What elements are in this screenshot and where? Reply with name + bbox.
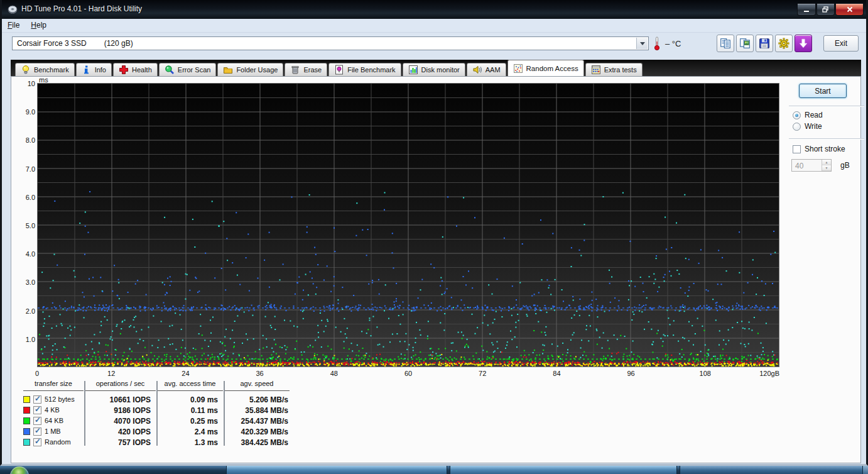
tab-label: Folder Usage (236, 66, 278, 74)
avg-speed-value: 254.437 MB/s (224, 417, 288, 426)
spinner-down-icon[interactable]: ▼ (822, 165, 831, 171)
tab-benchmark[interactable]: Benchmark (15, 63, 75, 76)
taskbar-window-button[interactable] (226, 466, 447, 474)
tab-aam[interactable]: AAM (467, 63, 506, 76)
table-header-rule (157, 390, 223, 391)
x-axis-tick-label: 72 (479, 370, 486, 377)
download-button[interactable] (795, 35, 812, 52)
table-header: avg. access time (157, 380, 223, 390)
title-bar: HD Tune Pro 4.01 - Hard Disk Utility (2, 0, 866, 19)
transfer-size-label: 512 bytes (45, 395, 75, 403)
tab-label: Erase (303, 66, 322, 74)
checkmark-icon: ✓ (35, 416, 41, 424)
iops-value: 757 IOPS (85, 438, 151, 447)
minimize-icon (803, 7, 810, 13)
show-desktop-button[interactable] (862, 466, 868, 474)
checkmark-icon: ✓ (35, 426, 41, 435)
avg-speed-value: 384.425 MB/s (224, 438, 288, 447)
tab-health[interactable]: Health (113, 63, 158, 76)
copy-text-icon (720, 38, 731, 49)
read-radio[interactable]: Read (793, 111, 867, 119)
avg-speed-value: 35.884 MB/s (224, 406, 288, 415)
radio-unselected-icon[interactable] (793, 123, 801, 131)
magnifier-icon (165, 65, 175, 75)
spinner-buttons: ▲ ▼ (822, 160, 831, 171)
file-benchmark-icon (334, 65, 344, 75)
tools-button[interactable] (775, 35, 793, 52)
tab-label: Extra tests (604, 66, 637, 74)
checkmark-icon: ✓ (35, 394, 41, 403)
transfer-size-label: 1 MB (45, 427, 61, 435)
radio-selected-icon[interactable] (793, 111, 801, 119)
close-icon (847, 6, 853, 13)
tab-extra-tests[interactable]: Extra tests (585, 63, 643, 76)
checkbox-unchecked-icon[interactable] (793, 145, 801, 153)
tab-erase[interactable]: Erase (285, 63, 327, 76)
copy-text-button[interactable] (717, 35, 734, 52)
short-stroke-size: 40 ▲ ▼ gB (791, 159, 867, 172)
health-cross-icon (119, 65, 129, 75)
drive-selector[interactable]: Corsair Force 3 SSD (120 gB) (12, 36, 649, 50)
y-axis-tick-label: 1.0 (11, 336, 35, 343)
copy-image-icon (739, 38, 751, 49)
table-row: ✓ Random 757 IOPS 1.3 ms 384.425 MB/s (23, 438, 300, 448)
transfer-size-label: 64 KB (45, 417, 63, 424)
taskbar-window-button[interactable] (450, 466, 677, 474)
iops-value: 10661 IOPS (85, 395, 151, 404)
tab-file-benchmark[interactable]: File Benchmark (328, 63, 401, 76)
x-axis-tick-label: 24 (182, 370, 189, 377)
series-checkbox[interactable]: ✓ (33, 417, 41, 425)
tab-disk-monitor[interactable]: Disk monitor (403, 63, 465, 76)
tab-folder-usage[interactable]: Folder Usage (217, 63, 283, 76)
checkmark-icon: ✓ (35, 437, 41, 446)
exit-button[interactable]: Exit (823, 35, 859, 52)
tab-label: File Benchmark (347, 66, 395, 74)
table-header-rule (85, 390, 156, 391)
x-axis-tick-label: 84 (553, 370, 560, 377)
tab-error-scan[interactable]: Error Scan (159, 63, 217, 76)
taskbar-window-button[interactable] (680, 466, 863, 474)
tab-random-access[interactable]: Random Access (507, 60, 584, 76)
series-checkbox[interactable]: ✓ (33, 438, 41, 446)
tab-info[interactable]: Info (76, 63, 112, 76)
save-button[interactable] (756, 35, 773, 52)
short-stroke-checkbox[interactable]: Short stroke (793, 145, 867, 153)
table-row: ✓ 1 MB 420 IOPS 2.4 ms 420.329 MB/s (23, 427, 300, 438)
windows-taskbar (0, 466, 868, 474)
temperature-value: – °C (665, 39, 681, 48)
dropdown-arrow-icon[interactable] (636, 38, 648, 49)
close-button[interactable] (835, 4, 864, 16)
lightbulb-icon (21, 65, 31, 75)
start-orb[interactable] (10, 466, 29, 474)
app-window: HD Tune Pro 4.01 - Hard Disk Utility Fil… (0, 0, 868, 466)
separator (789, 106, 864, 107)
window-title: HD Tune Pro 4.01 - Hard Disk Utility (21, 4, 142, 13)
series-checkbox[interactable]: ✓ (33, 395, 41, 404)
access-time-value: 2.4 ms (157, 427, 218, 436)
trash-icon (290, 65, 300, 75)
minimize-button[interactable] (797, 4, 816, 16)
y-axis-tick-label: 3.0 (11, 278, 35, 286)
hard-disk-icon (8, 4, 18, 14)
maximize-button[interactable] (816, 4, 835, 16)
menu-item-file[interactable]: File (2, 19, 25, 31)
series-checkbox[interactable]: ✓ (33, 427, 41, 436)
series-color-swatch (23, 428, 30, 435)
y-axis-tick-label: 4.0 (11, 250, 35, 258)
x-axis-tick-label: 96 (627, 370, 634, 377)
series-checkbox[interactable]: ✓ (33, 406, 41, 414)
tab-label: Health (132, 66, 152, 74)
write-radio[interactable]: Write (793, 122, 867, 131)
stroke-size-spinner[interactable]: 40 ▲ ▼ (791, 159, 832, 172)
info-icon (82, 65, 92, 75)
desktop-screen: HD Tune Pro 4.01 - Hard Disk Utility Fil… (0, 0, 868, 474)
start-button[interactable]: Start (799, 84, 847, 98)
x-axis-tick-label: 12 (107, 370, 115, 377)
transfer-size-label: 4 KB (45, 406, 60, 414)
copy-image-button[interactable] (736, 35, 754, 52)
menu-item-help[interactable]: Help (25, 19, 52, 31)
avg-speed-value: 420.329 MB/s (224, 427, 288, 436)
table-row: ✓ 4 KB 9186 IOPS 0.11 ms 35.884 MB/s (23, 405, 300, 416)
spinner-up-icon[interactable]: ▲ (822, 160, 831, 165)
x-axis-tick-label: 60 (404, 370, 412, 377)
